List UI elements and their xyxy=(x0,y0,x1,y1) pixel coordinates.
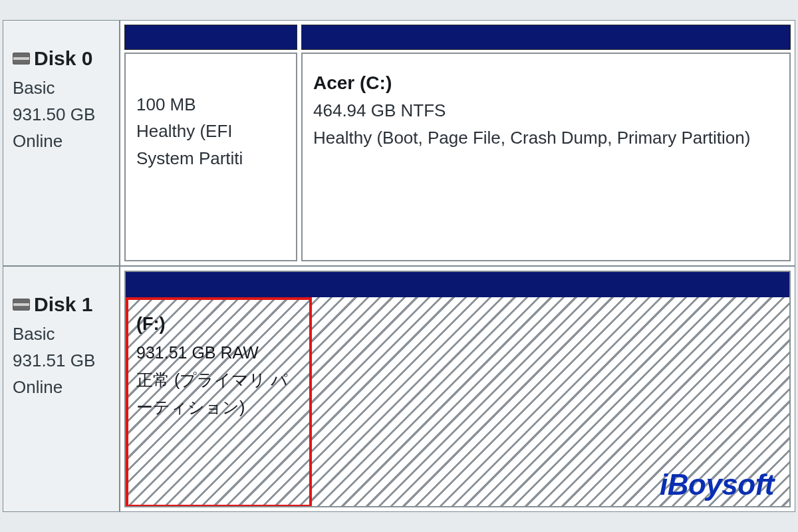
disk-icon xyxy=(13,53,30,65)
disk-status: Online xyxy=(13,374,112,400)
volume-status: Healthy (EFI System Partiti xyxy=(136,118,285,172)
volume-name: Acer (C:) xyxy=(313,68,779,97)
watermark-logo: iBoysoft xyxy=(660,468,774,501)
volume-efi[interactable]: 100 MB Healthy (EFI System Partiti xyxy=(124,53,297,261)
disk-icon xyxy=(13,299,30,311)
disk-name-text: Disk 0 xyxy=(34,43,92,74)
volume-header-bar xyxy=(301,25,791,50)
volume-size: 931.51 GB RAW xyxy=(136,339,301,366)
app-frame: Disk 0 Basic 931.50 GB Online 100 MB Hea… xyxy=(0,0,798,532)
volume-header-bar xyxy=(126,272,789,297)
volume-status: Healthy (Boot, Page File, Crash Dump, Pr… xyxy=(313,124,779,151)
volume-size: 464.94 GB NTFS xyxy=(313,97,779,124)
disk-type: Basic xyxy=(13,321,112,347)
disk-size: 931.50 GB xyxy=(13,101,112,128)
disk-0-volume-headers xyxy=(124,25,791,50)
disk-0-volumes: 100 MB Healthy (EFI System Partiti Acer … xyxy=(120,21,795,265)
volume-f-raw-highlight[interactable]: (F:) 931.51 GB RAW 正常 (プライマリ パーティション) xyxy=(126,297,312,507)
volume-name: (F:) xyxy=(136,309,301,339)
disk-label-1[interactable]: Disk 1 Basic 931.51 GB Online xyxy=(3,267,120,511)
disk-size: 931.51 GB xyxy=(13,347,112,374)
disk-type: Basic xyxy=(13,74,112,101)
volume-header-bar xyxy=(124,25,297,50)
disk-management-canvas: Disk 0 Basic 931.50 GB Online 100 MB Hea… xyxy=(3,20,795,512)
volume-c[interactable]: Acer (C:) 464.94 GB NTFS Healthy (Boot, … xyxy=(301,53,791,261)
disk-status: Online xyxy=(13,128,112,154)
volume-status: 正常 (プライマリ パーティション) xyxy=(136,366,301,422)
disk-name-text: Disk 1 xyxy=(34,289,92,321)
volume-size: 100 MB xyxy=(136,91,285,118)
disk-label-0[interactable]: Disk 0 Basic 931.50 GB Online xyxy=(3,21,120,265)
disk-row-0: Disk 0 Basic 931.50 GB Online 100 MB Hea… xyxy=(3,21,795,267)
